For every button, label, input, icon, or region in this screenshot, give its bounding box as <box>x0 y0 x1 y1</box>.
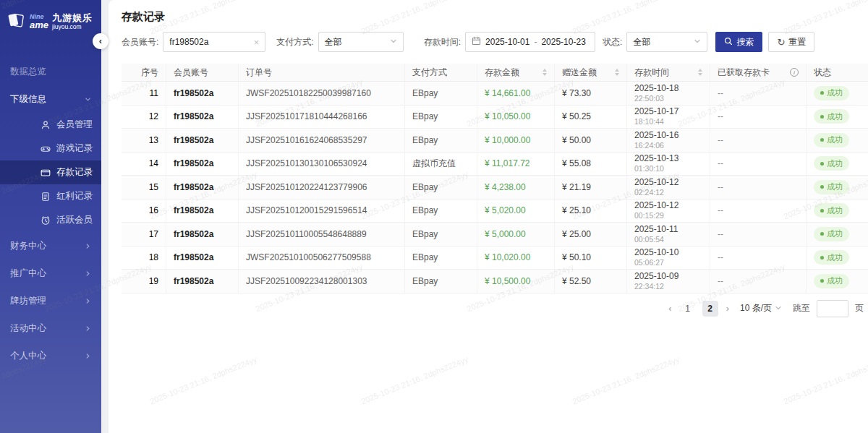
cell-serial: 13 <box>122 129 166 152</box>
sort-icon[interactable] <box>542 69 547 76</box>
sidebar-item-deposit-records[interactable]: 存款记录 <box>0 160 101 184</box>
cell-account: fr198502a <box>166 176 239 199</box>
table-row: 12fr198502aJJSF202510171810444268166EBpa… <box>122 106 868 129</box>
sidebar-item-label: 下级信息 <box>10 93 46 106</box>
search-button[interactable]: 搜索 <box>715 32 762 52</box>
clear-icon[interactable]: × <box>254 38 260 47</box>
pagination-page-2[interactable]: 2 <box>702 301 718 317</box>
column-header-label: 会员账号 <box>174 67 208 79</box>
pay-method-filter-label: 支付方式: <box>276 36 313 48</box>
sidebar-item-activity-center[interactable]: 活动中心 <box>0 314 101 342</box>
sidebar-item-label: 红利记录 <box>56 190 93 202</box>
cell-bonus: ¥ 73.30 <box>555 82 627 105</box>
cell-amount: ¥ 10,050.00 <box>477 106 555 129</box>
sort-icon[interactable] <box>698 69 702 76</box>
pagination-prev-icon[interactable]: ‹ <box>667 303 673 314</box>
status-select[interactable]: 全部 <box>626 32 707 52</box>
cell-card: -- <box>710 246 807 270</box>
sidebar-item-game-records[interactable]: 游戏记录 <box>0 137 101 160</box>
column-header-amount: 存款金额 <box>477 64 555 81</box>
cell-amount: ¥ 5,000.00 <box>477 223 555 246</box>
cell-order: JWSF202510100506277509588 <box>239 246 405 270</box>
table-row: 11fr198502aJWSF202510182250039987160EBpa… <box>122 82 868 106</box>
brand-logo[interactable]: Nine ame 九游娱乐 jiuyou.com <box>0 0 101 42</box>
status-dot-icon <box>820 256 824 260</box>
cell-method: EBpay <box>405 129 477 152</box>
status-dot-icon <box>820 138 824 142</box>
page-size-select[interactable]: 10 条/页 <box>740 302 782 314</box>
main-content: 存款记录 会员账号: × 支付方式: 全部 存款时间: 2025-10-01 - <box>109 0 868 433</box>
cell-bonus: ¥ 55.08 <box>555 153 627 176</box>
cell-method: 虚拟币充值 <box>405 153 477 176</box>
cell-account: fr198502a <box>166 246 239 270</box>
info-icon[interactable]: i <box>790 68 799 77</box>
sidebar-item-finance-center[interactable]: 财务中心 <box>0 232 101 260</box>
cell-time: 2025-10-1718:10:44 <box>627 106 710 129</box>
deposit-time-range-picker[interactable]: 2025-10-01 - 2025-10-23 <box>465 32 595 52</box>
column-header-order: 订单号 <box>239 64 405 81</box>
sidebar-item-data-overview[interactable]: 数据总览 <box>0 58 101 85</box>
chevron-down-icon <box>390 37 397 47</box>
sidebar-item-subordinate-info[interactable]: 下级信息 <box>0 85 101 113</box>
deposit-time-filter-label: 存款时间: <box>424 36 461 48</box>
cell-time: 2025-10-1616:24:06 <box>627 129 710 152</box>
chevron-right-icon <box>85 325 91 332</box>
sidebar-item-label: 活跃会员 <box>56 214 93 226</box>
date-start-value: 2025-10-01 <box>485 37 529 47</box>
status-badge: 成功 <box>814 180 849 194</box>
cell-time: 2025-10-1822:50:03 <box>627 82 710 105</box>
reset-button[interactable]: ↻ 重置 <box>768 32 814 52</box>
sidebar-item-personal-center[interactable]: 个人中心 <box>0 342 101 369</box>
cell-amount: ¥ 10,000.00 <box>477 129 555 152</box>
cell-amount: ¥ 10,020.00 <box>477 246 555 270</box>
pay-method-select[interactable]: 全部 <box>318 32 404 52</box>
pagination-next-icon[interactable]: › <box>725 303 731 314</box>
cell-amount: ¥ 11,017.72 <box>477 153 555 176</box>
status-dot-icon <box>820 185 824 189</box>
cell-amount: ¥ 5,020.00 <box>477 200 555 223</box>
status-filter-label: 状态: <box>603 36 622 48</box>
column-header-label: 支付方式 <box>412 67 447 79</box>
sidebar-item-promotion-center[interactable]: 推广中心 <box>0 260 101 287</box>
cell-account: fr198502a <box>166 106 239 129</box>
sidebar-collapse-button[interactable]: ‹ <box>93 33 109 49</box>
cell-card: -- <box>710 223 807 246</box>
sidebar-item-active-members[interactable]: 活跃会员 <box>0 208 101 232</box>
deposit-records-table: 序号会员账号订单号支付方式存款金额赠送金额存款时间已获取存款卡i状态11fr19… <box>122 64 868 293</box>
reset-icon: ↻ <box>777 38 785 47</box>
card-icon <box>41 168 51 178</box>
cell-bonus: ¥ 25.00 <box>555 223 627 246</box>
status-badge: 成功 <box>814 109 849 124</box>
jump-to-input[interactable] <box>817 300 848 317</box>
cell-serial: 17 <box>122 223 166 246</box>
account-input[interactable] <box>169 37 242 47</box>
search-button-label: 搜索 <box>736 36 754 48</box>
column-header-label: 已获取存款卡 <box>718 67 770 79</box>
sidebar-item-label: 财务中心 <box>10 240 46 252</box>
page-title: 存款记录 <box>109 0 868 32</box>
column-header-account: 会员账号 <box>166 64 239 81</box>
cell-order: JJSF202510110005548648889 <box>239 223 405 246</box>
cell-bonus: ¥ 50.00 <box>555 129 627 152</box>
table-row: 18fr198502aJWSF202510100506277509588EBpa… <box>122 246 868 270</box>
cell-method: EBpay <box>405 106 477 129</box>
cell-serial: 12 <box>122 106 166 129</box>
cell-card: -- <box>710 106 807 129</box>
cell-amount: ¥ 4,238.00 <box>477 176 555 199</box>
cell-serial: 19 <box>122 270 166 293</box>
cell-order: JJSF202510161624068535297 <box>239 129 405 152</box>
sidebar-item-bonus-records[interactable]: 红利记录 <box>0 184 101 208</box>
sidebar-item-paifang-management[interactable]: 牌坊管理 <box>0 287 101 314</box>
sidebar-menu: 数据总览下级信息会员管理游戏记录存款记录红利记录活跃会员财务中心推广中心牌坊管理… <box>0 42 101 369</box>
status-badge: 成功 <box>814 274 849 288</box>
sort-icon[interactable] <box>615 69 619 76</box>
cell-status: 成功 <box>807 270 868 293</box>
sidebar-item-label: 游戏记录 <box>56 142 93 155</box>
column-header-status: 状态 <box>807 64 868 81</box>
jump-to-label: 跳至 <box>793 302 810 314</box>
logo-brand-text: Nine ame <box>30 14 48 30</box>
sidebar-item-member-management[interactable]: 会员管理 <box>0 113 101 137</box>
cell-account: fr198502a <box>166 223 239 246</box>
chevron-right-icon <box>85 298 91 304</box>
pagination-page-1[interactable]: 1 <box>680 301 696 317</box>
